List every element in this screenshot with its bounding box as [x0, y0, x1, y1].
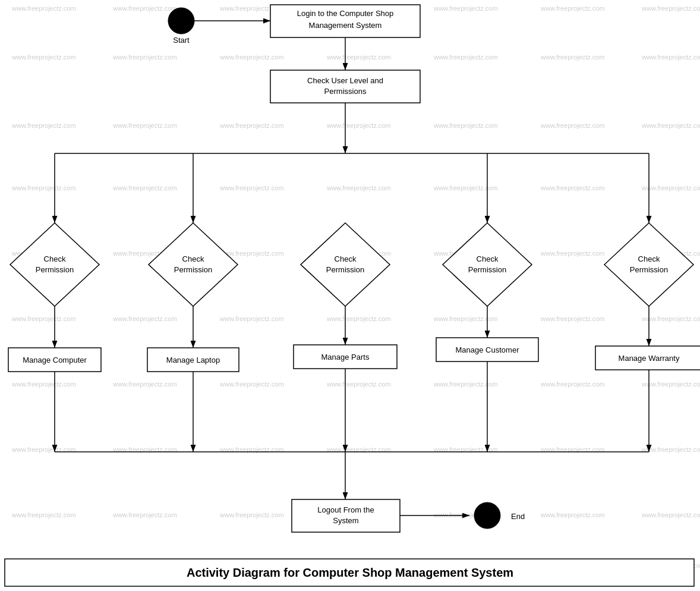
svg-text:www.freeprojectz.com: www.freeprojectz.com [433, 5, 498, 12]
svg-text:www.freeprojectz.com: www.freeprojectz.com [219, 184, 284, 191]
perm3-text2: Permission [326, 265, 364, 274]
svg-text:www.freeprojectz.com: www.freeprojectz.com [641, 184, 700, 191]
end-circle [474, 502, 500, 529]
svg-text:www.freeprojectz.com: www.freeprojectz.com [540, 381, 605, 388]
svg-text:www.freeprojectz.com: www.freeprojectz.com [219, 381, 284, 388]
svg-text:www.freeprojectz.com: www.freeprojectz.com [112, 315, 177, 322]
diamond-check-perm1 [10, 223, 99, 306]
svg-text:www.freeprojectz.com: www.freeprojectz.com [112, 381, 177, 388]
perm1-text1: Check [44, 254, 66, 263]
svg-text:www.freeprojectz.com: www.freeprojectz.com [112, 184, 177, 191]
svg-text:www.freeprojectz.com: www.freeprojectz.com [540, 5, 605, 12]
svg-text:www.freeprojectz.com: www.freeprojectz.com [641, 511, 700, 518]
login-text-line1: Login to the Computer Shop [297, 9, 394, 18]
svg-text:www.freeprojectz.com: www.freeprojectz.com [11, 511, 76, 518]
svg-text:www.freeprojectz.com: www.freeprojectz.com [219, 122, 284, 129]
svg-text:www.freeprojectz.com: www.freeprojectz.com [219, 54, 284, 61]
svg-text:www.freeprojectz.com: www.freeprojectz.com [433, 315, 498, 322]
svg-text:www.freeprojectz.com: www.freeprojectz.com [433, 381, 498, 388]
svg-text:www.freeprojectz.com: www.freeprojectz.com [641, 54, 700, 61]
manage-laptop-text: Manage Laptop [166, 356, 220, 364]
login-text-line2: Management System [309, 21, 382, 30]
svg-text:www.freeprojectz.com: www.freeprojectz.com [11, 54, 76, 61]
svg-text:www.freeprojectz.com: www.freeprojectz.com [11, 184, 76, 191]
svg-text:www.freeprojectz.com: www.freeprojectz.com [641, 315, 700, 322]
svg-text:www.freeprojectz.com: www.freeprojectz.com [641, 381, 700, 388]
svg-text:www.freeprojectz.com: www.freeprojectz.com [219, 250, 284, 257]
svg-text:www.freeprojectz.com: www.freeprojectz.com [326, 54, 391, 61]
check-user-text1: Check User Level and [307, 76, 383, 85]
manage-warranty-text: Manage Warranty [619, 354, 680, 363]
svg-text:www.freeprojectz.com: www.freeprojectz.com [433, 122, 498, 129]
perm4-text1: Check [477, 254, 499, 263]
svg-text:www.freeprojectz.com: www.freeprojectz.com [112, 5, 177, 12]
svg-text:www.freeprojectz.com: www.freeprojectz.com [326, 184, 391, 191]
diamond-check-perm2 [149, 223, 238, 306]
manage-computer-text: Manage Computer [23, 356, 87, 364]
perm2-text1: Check [182, 254, 204, 263]
perm2-text2: Permission [174, 265, 212, 274]
svg-text:www.freeprojectz.com: www.freeprojectz.com [326, 122, 391, 129]
svg-text:www.freeprojectz.com: www.freeprojectz.com [11, 315, 76, 322]
svg-text:www.freeprojectz.com: www.freeprojectz.com [540, 122, 605, 129]
perm5-text1: Check [638, 254, 660, 263]
svg-text:www.freeprojectz.com: www.freeprojectz.com [11, 381, 76, 388]
svg-text:www.freeprojectz.com: www.freeprojectz.com [11, 122, 76, 129]
diamond-check-perm4 [443, 223, 532, 306]
svg-text:www.freeprojectz.com: www.freeprojectz.com [326, 315, 391, 322]
manage-parts-text: Manage Parts [321, 353, 370, 361]
svg-text:www.freeprojectz.com: www.freeprojectz.com [540, 250, 605, 257]
svg-text:www.freeprojectz.com: www.freeprojectz.com [540, 184, 605, 191]
check-user-text2: Permissions [324, 87, 367, 96]
svg-text:www.freeprojectz.com: www.freeprojectz.com [219, 511, 284, 518]
diamond-check-perm5 [604, 223, 693, 306]
svg-text:www.freeprojectz.com: www.freeprojectz.com [219, 315, 284, 322]
svg-text:www.freeprojectz.com: www.freeprojectz.com [112, 511, 177, 518]
svg-text:www.freeprojectz.com: www.freeprojectz.com [112, 54, 177, 61]
diamond-check-perm3 [301, 223, 390, 306]
start-circle [168, 8, 194, 34]
diagram-title: Activity Diagram for Computer Shop Manag… [187, 566, 513, 579]
svg-text:www.freeprojectz.com: www.freeprojectz.com [112, 122, 177, 129]
perm5-text2: Permission [630, 265, 668, 274]
svg-text:www.freeprojectz.com: www.freeprojectz.com [433, 54, 498, 61]
logout-text2: System [333, 516, 358, 525]
manage-customer-text: Manage Customer [456, 345, 520, 354]
svg-text:www.freeprojectz.com: www.freeprojectz.com [641, 5, 700, 12]
logout-text1: Logout From the [317, 505, 374, 514]
svg-text:www.freeprojectz.com: www.freeprojectz.com [433, 184, 498, 191]
svg-text:www.freeprojectz.com: www.freeprojectz.com [641, 122, 700, 129]
diagram-container: www.freeprojectz.com www.freeprojectz.co… [0, 0, 700, 591]
svg-text:www.freeprojectz.com: www.freeprojectz.com [540, 315, 605, 322]
perm3-text1: Check [335, 254, 357, 263]
svg-text:www.freeprojectz.com: www.freeprojectz.com [540, 54, 605, 61]
svg-text:www.freeprojectz.com: www.freeprojectz.com [326, 381, 391, 388]
perm1-text2: Permission [36, 265, 74, 274]
perm4-text2: Permission [468, 265, 506, 274]
end-label: End [511, 512, 525, 521]
start-label: Start [173, 36, 190, 45]
svg-text:www.freeprojectz.com: www.freeprojectz.com [641, 446, 700, 453]
svg-text:www.freeprojectz.com: www.freeprojectz.com [11, 5, 76, 12]
svg-text:www.freeprojectz.com: www.freeprojectz.com [540, 511, 605, 518]
